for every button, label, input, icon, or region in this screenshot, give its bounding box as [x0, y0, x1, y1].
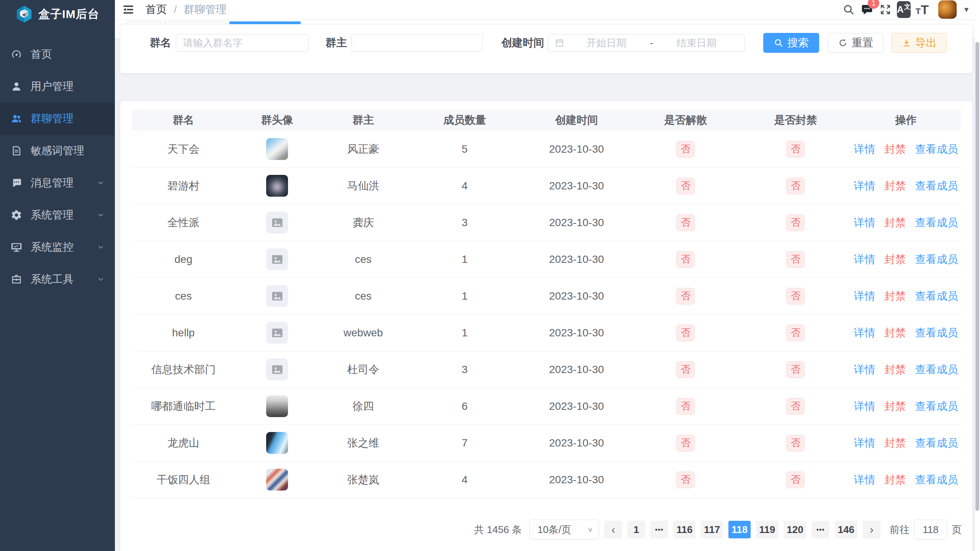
- table-row: 碧游村马仙洪42023-10-30否否详情封禁查看成员: [132, 168, 961, 204]
- next-page-button[interactable]: ›: [863, 521, 880, 538]
- calendar-icon: [555, 38, 564, 48]
- ban-link[interactable]: 封禁: [885, 436, 906, 450]
- row-actions: 详情封禁查看成员: [851, 289, 961, 303]
- user-icon: [11, 81, 22, 92]
- detail-link[interactable]: 详情: [854, 399, 875, 414]
- scrollbar-thumb[interactable]: [975, 42, 979, 511]
- ban-link[interactable]: 封禁: [885, 362, 906, 377]
- sidebar-item-系统管理[interactable]: 系统管理: [0, 199, 115, 231]
- caret-down-icon[interactable]: ▾: [964, 5, 969, 15]
- detail-link[interactable]: 详情: [854, 252, 875, 267]
- more-pages-button[interactable]: •••: [650, 521, 668, 538]
- ban-link[interactable]: 封禁: [885, 289, 906, 303]
- view-members-link[interactable]: 查看成员: [915, 179, 958, 193]
- member-count-cell: 1: [407, 327, 522, 339]
- user-avatar[interactable]: [938, 0, 957, 19]
- search-icon[interactable]: [842, 3, 856, 16]
- created-time-cell: 2023-10-30: [522, 217, 631, 229]
- page-button-1[interactable]: 1: [627, 521, 645, 538]
- page-button-116[interactable]: 116: [673, 521, 695, 538]
- ban-link[interactable]: 封禁: [885, 473, 906, 487]
- page-button-146[interactable]: 146: [835, 521, 857, 538]
- app-root: 盒子IM后台 首页用户管理群聊管理敏感词管理消息管理系统管理系统监控系统工具 首…: [0, 0, 980, 551]
- dissolved-badge: 否: [676, 251, 695, 268]
- detail-link[interactable]: 详情: [854, 326, 875, 340]
- group-name-input[interactable]: [176, 34, 309, 52]
- end-date-placeholder[interactable]: 结束日期: [654, 36, 738, 50]
- view-members-link[interactable]: 查看成员: [915, 326, 958, 340]
- chevron-down-icon: ∨: [587, 526, 593, 534]
- detail-link[interactable]: 详情: [854, 436, 875, 450]
- navbar: 首页 / 群聊管理 1A文TT▾: [115, 0, 980, 19]
- group-avatar: [266, 248, 288, 270]
- view-members-link[interactable]: 查看成员: [915, 473, 958, 487]
- table-row: degces12023-10-30否否详情封禁查看成员: [132, 241, 961, 278]
- banned-badge: 否: [786, 324, 805, 341]
- page-button-117[interactable]: 117: [701, 521, 723, 538]
- start-date-placeholder[interactable]: 开始日期: [564, 36, 648, 50]
- sidebar-item-系统工具[interactable]: 系统工具: [0, 263, 115, 295]
- created-time-cell: 2023-10-30: [522, 253, 631, 266]
- created-time-cell: 2023-10-30: [522, 437, 631, 449]
- member-count-cell: 4: [407, 180, 522, 192]
- group-owner-input[interactable]: [352, 34, 483, 52]
- group-owner-cell: webweb: [319, 327, 407, 339]
- view-members-link[interactable]: 查看成员: [915, 289, 958, 303]
- sidebar-item-群聊管理[interactable]: 群聊管理: [0, 103, 115, 135]
- group-avatar: [266, 359, 288, 380]
- breadcrumb: 首页 / 群聊管理: [146, 2, 227, 17]
- fullscreen-icon[interactable]: [879, 3, 892, 16]
- detail-link[interactable]: 详情: [854, 362, 875, 377]
- page-button-120[interactable]: 120: [784, 521, 806, 538]
- translate-icon[interactable]: A文: [897, 3, 911, 16]
- page-button-118[interactable]: 118: [728, 521, 751, 538]
- group-avatar: [266, 285, 288, 307]
- row-actions: 详情封禁查看成员: [851, 473, 961, 487]
- goto-page-input[interactable]: [914, 520, 947, 540]
- sidebar-item-敏感词管理[interactable]: 敏感词管理: [0, 135, 115, 167]
- view-members-link[interactable]: 查看成员: [915, 252, 958, 267]
- member-count-cell: 3: [407, 364, 522, 376]
- ban-link[interactable]: 封禁: [885, 215, 906, 230]
- view-members-link[interactable]: 查看成员: [915, 215, 958, 230]
- created-time-cell: 2023-10-30: [522, 180, 631, 192]
- group-avatar: [266, 395, 288, 417]
- detail-link[interactable]: 详情: [854, 473, 875, 487]
- sidebar-item-用户管理[interactable]: 用户管理: [0, 70, 115, 103]
- view-members-link[interactable]: 查看成员: [915, 142, 958, 156]
- export-button[interactable]: 导出: [891, 33, 947, 53]
- view-members-link[interactable]: 查看成员: [915, 399, 958, 414]
- detail-link[interactable]: 详情: [854, 215, 875, 230]
- ban-link[interactable]: 封禁: [885, 326, 906, 340]
- search-button[interactable]: 搜索: [763, 33, 819, 53]
- sidebar-item-消息管理[interactable]: 消息管理: [0, 167, 115, 199]
- sidebar-item-系统监控[interactable]: 系统监控: [0, 231, 115, 263]
- message-icon[interactable]: 1: [860, 3, 874, 16]
- group-table: 群名群头像群主成员数量创建时间是否解散是否封禁操作 天下会风正豪52023-10…: [132, 109, 961, 498]
- font-size-icon[interactable]: TT: [915, 3, 929, 16]
- dissolved-badge: 否: [676, 361, 695, 378]
- detail-link[interactable]: 详情: [854, 289, 875, 303]
- logo[interactable]: 盒子IM后台: [0, 0, 115, 28]
- group-owner-cell: 徐四: [319, 399, 407, 414]
- ban-link[interactable]: 封禁: [885, 399, 906, 414]
- chat-icon: [11, 177, 22, 189]
- date-range-picker[interactable]: 开始日期 - 结束日期: [548, 34, 745, 52]
- prev-page-button[interactable]: ‹: [604, 521, 622, 538]
- page-size-select[interactable]: 10条/页∨: [529, 520, 599, 540]
- ban-link[interactable]: 封禁: [885, 142, 906, 156]
- sidebar-item-首页[interactable]: 首页: [0, 38, 115, 70]
- more-pages-button[interactable]: •••: [812, 521, 829, 538]
- collapse-sidebar-icon[interactable]: [122, 3, 135, 16]
- reset-button[interactable]: 重置: [828, 33, 883, 53]
- page-button-119[interactable]: 119: [756, 521, 778, 538]
- ban-link[interactable]: 封禁: [885, 252, 906, 267]
- view-members-link[interactable]: 查看成员: [915, 436, 958, 450]
- group-owner-cell: 张之维: [319, 436, 407, 450]
- detail-link[interactable]: 详情: [854, 179, 875, 193]
- ban-link[interactable]: 封禁: [885, 179, 906, 193]
- breadcrumb-home[interactable]: 首页: [146, 2, 167, 17]
- group-owner-cell: 马仙洪: [319, 179, 407, 193]
- detail-link[interactable]: 详情: [854, 142, 875, 156]
- view-members-link[interactable]: 查看成员: [915, 362, 958, 377]
